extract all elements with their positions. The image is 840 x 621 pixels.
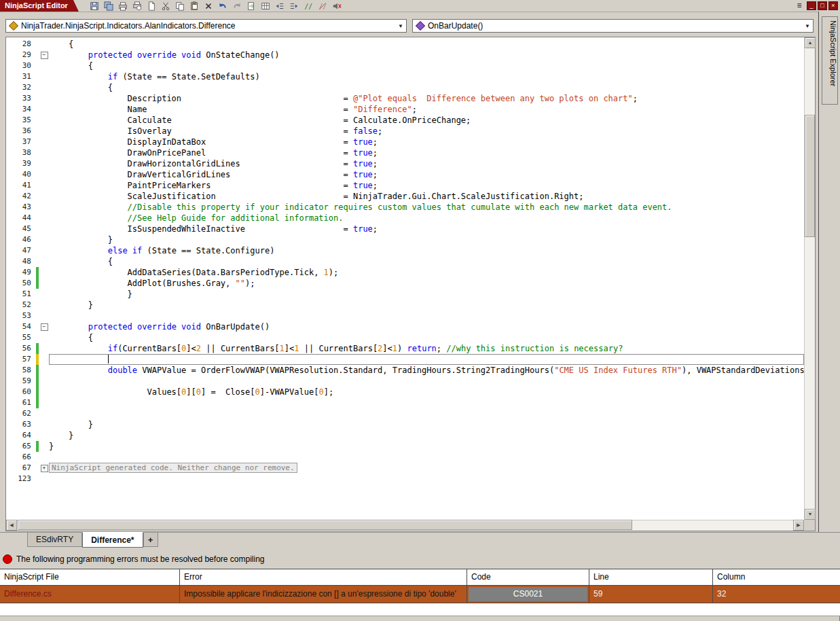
code-line-37[interactable]: 37 DisplayInDataBox = true; [6, 137, 804, 147]
code-line-49[interactable]: 49 AddDataSeries(Data.BarsPeriodType.Tic… [6, 267, 804, 278]
tab-ninjascript-explorer[interactable]: NinjaScript Explorer [822, 16, 838, 105]
page-setup-icon[interactable] [145, 1, 158, 11]
code-line-30[interactable]: 30 { [6, 60, 804, 71]
vertical-scroll-thumb[interactable] [805, 115, 815, 237]
code-line-53[interactable]: 53 [6, 310, 804, 321]
line-number: 65 [6, 441, 35, 452]
code-line-67[interactable]: 67+NinjaScript generated code. Neither c… [6, 463, 804, 474]
code-line-46[interactable]: 46 } [6, 234, 804, 245]
error-row[interactable]: Difference.cs Impossibile applicare l'in… [0, 586, 840, 603]
line-number: 58 [6, 365, 35, 376]
code-line-57[interactable]: 57 [6, 354, 804, 365]
code-line-38[interactable]: 38 DrawOnPricePanel = true; [6, 147, 804, 158]
horizontal-scroll-thumb[interactable] [18, 520, 632, 530]
indent-icon[interactable] [288, 1, 301, 11]
minimize-button[interactable]: _ [807, 1, 816, 10]
code-line-36[interactable]: 36 IsOverlay = false; [6, 126, 804, 137]
comment-icon[interactable]: // [302, 1, 315, 11]
scroll-right-icon[interactable]: ▶ [793, 520, 804, 531]
class-selector[interactable]: NinjaTrader.NinjaScript.Indicators.AlanI… [5, 19, 407, 33]
code-text: DisplayInDataBox = true; [49, 137, 804, 147]
mute-icon[interactable] [331, 1, 344, 11]
code-line-65[interactable]: 65} [6, 441, 804, 452]
code-line-123[interactable]: 123 [6, 474, 804, 484]
save-all-icon[interactable] [103, 1, 115, 11]
redo-icon[interactable] [231, 1, 244, 11]
code-line-59[interactable]: 59 [6, 376, 804, 387]
scroll-down-icon[interactable]: ▼ [805, 509, 816, 520]
code-line-29[interactable]: 29− protected override void OnStateChang… [6, 50, 804, 60]
code-line-44[interactable]: 44 //See Help Guide for additional infor… [6, 213, 804, 224]
restore-button[interactable]: □ [818, 1, 827, 10]
delete-icon[interactable] [202, 1, 215, 11]
code-line-47[interactable]: 47 else if (State == State.Configure) [6, 245, 804, 256]
grid-icon[interactable] [259, 1, 272, 11]
code-text: DrawVerticalGridLines = true; [49, 169, 804, 180]
code-line-52[interactable]: 52 } [6, 300, 804, 310]
horizontal-scrollbar[interactable]: ◀ ▶ [6, 520, 804, 531]
code-line-34[interactable]: 34 Name = "Difference"; [6, 104, 804, 115]
fold-column [39, 256, 49, 267]
copy-icon[interactable] [174, 1, 187, 11]
window-controls: ≡ _ □ × [793, 1, 838, 10]
method-selector[interactable]: OnBarUpdate() ▼ [412, 19, 814, 33]
code-line-42[interactable]: 42 ScaleJustification = NinjaTrader.Gui.… [6, 191, 804, 202]
code-line-54[interactable]: 54− protected override void OnBarUpdate(… [6, 321, 804, 332]
code-line-62[interactable]: 62 [6, 408, 804, 419]
collapse-region-icon[interactable]: − [41, 52, 48, 59]
text-cursor [108, 355, 109, 363]
code-line-63[interactable]: 63 } [6, 419, 804, 430]
uncomment-icon[interactable]: // [316, 1, 329, 11]
chevron-down-icon[interactable]: ▼ [395, 23, 406, 29]
code-line-39[interactable]: 39 DrawHorizontalGridLines = true; [6, 158, 804, 169]
close-button[interactable]: × [828, 1, 838, 10]
save-icon[interactable] [88, 1, 101, 11]
code-line-48[interactable]: 48 { [6, 256, 804, 267]
code-editor[interactable]: 28 {29− protected override void OnStateC… [5, 37, 816, 531]
code-line-58[interactable]: 58 double VWAPValue = OrderFlowVWAP(VWAP… [6, 365, 804, 376]
code-line-40[interactable]: 40 DrawVerticalGridLines = true; [6, 169, 804, 180]
code-line-55[interactable]: 55 { [6, 332, 804, 343]
window-list-icon[interactable]: ≡ [793, 1, 805, 10]
paste-icon[interactable] [188, 1, 201, 11]
code-line-64[interactable]: 64 } [6, 430, 804, 441]
code-line-35[interactable]: 35 Calculate = Calculate.OnPriceChange; [6, 115, 804, 126]
code-line-60[interactable]: 60 Values[0][0] = Close[0]-VWAPValue[0]; [6, 387, 804, 397]
code-text: PaintPriceMarkers = true; [49, 180, 804, 191]
code-line-32[interactable]: 32 { [6, 82, 804, 93]
code-line-28[interactable]: 28 { [6, 39, 804, 50]
print-icon[interactable] [117, 1, 130, 11]
fold-column: − [39, 50, 49, 60]
fold-column [39, 408, 49, 419]
code-line-43[interactable]: 43 //Disable this property if your indic… [6, 202, 804, 213]
undo-icon[interactable] [217, 1, 230, 11]
collapse-region-icon[interactable]: − [41, 323, 48, 331]
code-line-56[interactable]: 56 if(CurrentBars[0]<2 || CurrentBars[1]… [6, 343, 804, 354]
code-line-66[interactable]: 66 [6, 452, 804, 463]
scroll-left-icon[interactable]: ◀ [6, 520, 17, 531]
code-line-51[interactable]: 51 } [6, 289, 804, 300]
cut-icon[interactable] [160, 1, 172, 11]
code-line-41[interactable]: 41 PaintPriceMarkers = true; [6, 180, 804, 191]
new-tab-button[interactable]: + [143, 533, 158, 547]
code-line-45[interactable]: 45 IsSuspendedWhileInactive = true; [6, 224, 804, 234]
scroll-up-icon[interactable]: ▲ [805, 37, 816, 48]
chevron-down-icon[interactable]: ▼ [802, 23, 813, 29]
outdent-icon[interactable] [274, 1, 287, 11]
line-number: 50 [6, 278, 35, 289]
line-number: 29 [6, 50, 35, 60]
line-number: 30 [6, 60, 35, 71]
code-line-61[interactable]: 61 [6, 397, 804, 408]
expand-region-icon[interactable]: + [41, 465, 48, 472]
vertical-scrollbar[interactable]: ▲ ▼ [804, 37, 815, 520]
code-line-33[interactable]: 33 Description = @"Plot equals Differenc… [6, 93, 804, 104]
code-line-31[interactable]: 31 if (State == State.SetDefaults) [6, 71, 804, 82]
goto-line-icon[interactable] [245, 1, 258, 11]
tab-esdivrty[interactable]: ESdivRTY [27, 533, 82, 547]
tab-difference[interactable]: Difference* [82, 532, 143, 548]
code-line-50[interactable]: 50 AddPlot(Brushes.Gray, ""); [6, 278, 804, 289]
line-number: 46 [6, 234, 35, 245]
code-text: { [49, 39, 804, 50]
explorer-panel: NinjaScript Explorer [818, 12, 840, 532]
print-preview-icon[interactable] [131, 1, 144, 11]
